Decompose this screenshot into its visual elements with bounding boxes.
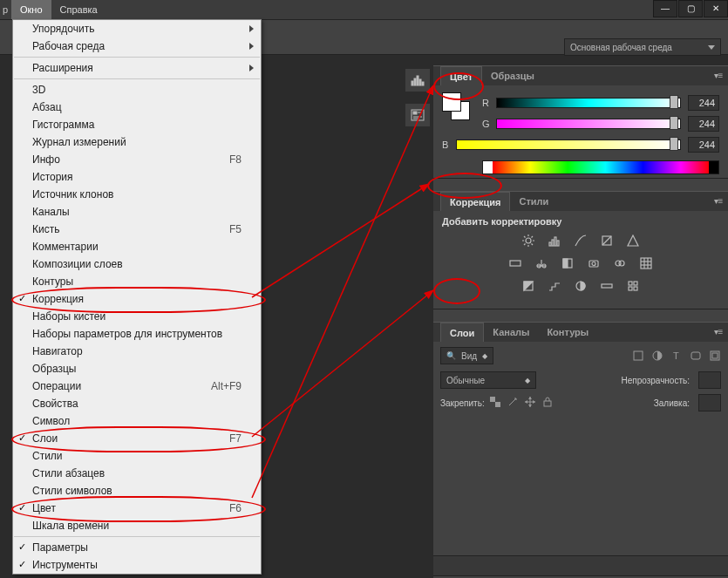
panel-menu-icon[interactable]: ▾≡: [712, 326, 725, 337]
svg-rect-0: [412, 81, 413, 85]
color-slider-b[interactable]: [456, 139, 681, 150]
adj-colorlookup-icon[interactable]: [636, 255, 656, 272]
dock-properties-icon[interactable]: [405, 104, 430, 126]
menu-item[interactable]: Упорядочить: [13, 20, 261, 37]
workspace-selector[interactable]: Основная рабочая среда: [564, 38, 721, 56]
lock-transparency-icon[interactable]: [490, 397, 500, 409]
menu-item[interactable]: ✓Инструменты: [13, 556, 261, 574]
slider-thumb[interactable]: [670, 137, 678, 151]
maximize-icon: ▢: [687, 4, 695, 13]
filter-type-icon[interactable]: T: [670, 350, 683, 362]
menu-item[interactable]: Композиции слоев: [13, 255, 261, 273]
opacity-input[interactable]: [698, 371, 721, 389]
adj-exposure-icon[interactable]: [597, 232, 616, 249]
channel-value-input[interactable]: 244: [688, 116, 719, 132]
adj-threshold-icon[interactable]: [571, 277, 590, 295]
filter-pixel-icon[interactable]: [632, 350, 644, 362]
fg-bg-swatches[interactable]: [442, 92, 472, 122]
adj-selectivecolor-icon[interactable]: [623, 277, 643, 295]
menu-item[interactable]: Гистограмма: [13, 116, 261, 133]
fill-input[interactable]: [698, 394, 721, 411]
menu-item[interactable]: Свойства: [13, 395, 261, 412]
menu-item[interactable]: Символ: [13, 412, 261, 430]
filter-adjust-icon[interactable]: [651, 350, 663, 362]
menu-item[interactable]: Комментарии: [13, 238, 261, 255]
menu-item[interactable]: ✓Параметры: [13, 539, 261, 556]
tab-paths[interactable]: Контуры: [538, 323, 597, 342]
filter-shape-icon[interactable]: [690, 350, 702, 362]
svg-line-16: [532, 244, 534, 246]
adj-bw-icon[interactable]: [558, 255, 577, 272]
menu-item[interactable]: Расширения: [13, 59, 261, 77]
svg-marker-61: [528, 405, 532, 407]
menu-item[interactable]: Контуры: [13, 273, 261, 290]
menu-item-label: Параметры: [32, 541, 242, 554]
menu-item[interactable]: ✓Коррекция: [13, 290, 261, 308]
adj-brightness-icon[interactable]: [519, 232, 538, 249]
menu-window[interactable]: Окно: [11, 0, 51, 19]
lock-pixels-icon[interactable]: [507, 397, 518, 409]
menu-item[interactable]: ✓СлоиF7: [13, 430, 261, 447]
maximize-button[interactable]: ▢: [678, 0, 703, 17]
menu-item[interactable]: Наборы кистей: [13, 308, 261, 325]
tab-swatches[interactable]: Образцы: [482, 66, 543, 85]
menu-item[interactable]: ✓ЦветF6: [13, 500, 261, 517]
menu-item-label: Наборы кистей: [32, 310, 242, 323]
menu-item[interactable]: Источник клонов: [13, 186, 261, 203]
lock-all-icon[interactable]: [542, 397, 553, 409]
adj-posterize-icon[interactable]: [545, 277, 564, 295]
svg-text:T: T: [673, 350, 679, 361]
adj-curves-icon[interactable]: [571, 232, 590, 249]
adj-colorbalance-icon[interactable]: [532, 255, 551, 272]
close-button[interactable]: ✕: [704, 0, 728, 17]
chevron-down-icon: [708, 45, 715, 50]
menu-item[interactable]: Стили символов: [13, 482, 261, 500]
menu-item[interactable]: Рабочая среда: [13, 37, 261, 55]
menu-item[interactable]: Абзац: [13, 99, 261, 116]
color-slider-g[interactable]: [496, 119, 681, 129]
menu-item[interactable]: Каналы: [13, 203, 261, 221]
svg-rect-37: [641, 258, 651, 269]
menu-item[interactable]: ИнфоF8: [13, 151, 261, 168]
channel-value-input[interactable]: 244: [688, 95, 719, 111]
menu-item[interactable]: Журнал измерений: [13, 133, 261, 151]
menu-item[interactable]: Наборы параметров для инструментов: [13, 325, 261, 343]
channel-value-input[interactable]: 244: [688, 137, 719, 153]
fg-color-swatch[interactable]: [442, 92, 461, 112]
menu-help[interactable]: Справка: [51, 0, 106, 19]
slider-thumb[interactable]: [670, 116, 678, 130]
lock-position-icon[interactable]: [525, 397, 535, 409]
menu-item-label: Комментарии: [32, 241, 242, 253]
adj-vibrance-icon[interactable]: [623, 232, 643, 249]
minimize-button[interactable]: —: [653, 0, 677, 17]
tab-channels[interactable]: Каналы: [484, 323, 538, 342]
color-slider-r[interactable]: [496, 98, 681, 108]
menu-item[interactable]: Шкала времени: [13, 517, 261, 534]
menu-item[interactable]: Стили: [13, 447, 261, 465]
menu-item[interactable]: Образцы: [13, 360, 261, 377]
adj-invert-icon[interactable]: [519, 277, 538, 295]
menu-item[interactable]: Стили абзацев: [13, 465, 261, 482]
tab-color[interactable]: Цвет: [440, 66, 482, 85]
panel-menu-icon[interactable]: ▾≡: [712, 70, 725, 80]
color-spectrum[interactable]: [482, 160, 719, 174]
panel-menu-icon[interactable]: ▾≡: [712, 195, 725, 206]
slider-thumb[interactable]: [670, 95, 678, 109]
tab-adjustments[interactable]: Коррекция: [440, 192, 510, 211]
tab-styles[interactable]: Стили: [510, 192, 557, 211]
menu-item[interactable]: История: [13, 168, 261, 186]
menu-item[interactable]: ОперацииAlt+F9: [13, 377, 261, 395]
menu-item[interactable]: 3D: [13, 81, 261, 99]
layer-filter-kind[interactable]: 🔍 Вид ◆: [440, 347, 493, 364]
tab-layers[interactable]: Слои: [440, 323, 484, 342]
adj-hue-icon[interactable]: [506, 255, 525, 272]
dock-histogram-icon[interactable]: [405, 69, 430, 92]
adj-photofilter-icon[interactable]: [584, 255, 603, 272]
adj-channelmixer-icon[interactable]: [610, 255, 629, 272]
blend-mode-select[interactable]: Обычные ◆: [440, 371, 536, 389]
adj-levels-icon[interactable]: [545, 232, 564, 249]
menu-item[interactable]: КистьF5: [13, 221, 261, 238]
filter-smart-icon[interactable]: [709, 350, 721, 362]
menu-item[interactable]: Навигатор: [13, 343, 261, 360]
adj-gradientmap-icon[interactable]: [597, 277, 616, 295]
